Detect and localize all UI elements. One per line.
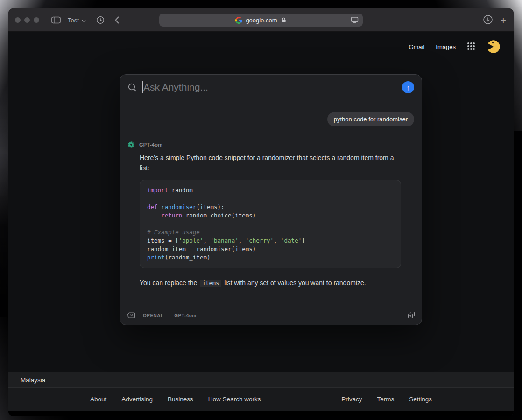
sidebar-icon — [51, 16, 61, 25]
browser-toolbar: Test google.com — [8, 8, 514, 32]
download-icon — [483, 14, 493, 26]
chevron-down-icon — [82, 17, 86, 24]
search-icon — [127, 83, 137, 92]
footer-links-left: AboutAdvertisingBusinessHow Search works — [90, 396, 261, 403]
pacman-icon — [487, 40, 501, 54]
send-button[interactable]: ↑ — [402, 81, 414, 93]
gmail-link[interactable]: Gmail — [409, 43, 424, 50]
region-label: Malaysia — [21, 377, 45, 384]
assistant-input-row: ↑ — [120, 75, 422, 100]
google-header: Gmail Images — [409, 32, 514, 62]
back-button[interactable] — [114, 16, 120, 26]
copy-icon — [408, 311, 415, 320]
url-text: google.com — [246, 17, 277, 24]
code-line: import random — [147, 186, 394, 195]
lock-icon — [281, 17, 287, 23]
code-line: items = ['apple', 'banana', 'cherry', 'd… — [147, 237, 394, 245]
sidebar-toggle-button[interactable] — [51, 16, 61, 25]
model-label: GPT-4om — [139, 142, 162, 147]
text-caret — [142, 81, 143, 93]
plus-icon: + — [501, 15, 506, 25]
browser-window: Test google.com — [8, 8, 514, 416]
outro-text-before: You can replace the — [140, 279, 199, 287]
footer-links-right: PrivacyTermsSettings — [341, 396, 432, 403]
backspace-icon — [127, 312, 135, 320]
footer-links-bar: AboutAdvertisingBusinessHow Search works… — [8, 387, 514, 411]
toolbar-right-cluster: + — [483, 8, 506, 32]
clock-icon — [96, 16, 105, 26]
copy-button[interactable] — [408, 311, 415, 320]
assistant-panel: ↑ python code for randomiser — [120, 74, 422, 325]
user-message-row: python code for randomiser — [327, 112, 414, 126]
footer-link-about[interactable]: About — [90, 396, 106, 403]
code-line: return random.choice(items) — [147, 211, 394, 220]
footer-link-business[interactable]: Business — [168, 396, 193, 403]
model-label-footer: GPT-4om — [174, 313, 196, 318]
code-block: import random def randomiser(items): ret… — [140, 180, 401, 268]
apps-grid-button[interactable] — [467, 42, 475, 52]
address-bar[interactable]: google.com — [159, 14, 363, 27]
footer-link-settings[interactable]: Settings — [409, 396, 432, 403]
new-tab-button[interactable]: + — [501, 15, 506, 25]
outro-text-after: list with any set of values you want to … — [222, 279, 366, 287]
apps-grid-icon — [467, 42, 475, 52]
clear-button[interactable] — [127, 312, 135, 320]
window-controls — [15, 17, 39, 23]
code-line: def randomiser(items): — [147, 203, 394, 211]
code-line: print(random_item) — [147, 253, 394, 262]
google-favicon — [235, 17, 242, 24]
downloads-button[interactable] — [483, 14, 493, 26]
assistant-response-body: Here’s a simple Python code snippet for … — [140, 153, 410, 288]
user-message-bubble: python code for randomiser — [327, 112, 414, 126]
tab-group-menu[interactable]: Test — [68, 8, 86, 32]
response-outro: You can replace the items list with any … — [140, 278, 401, 288]
footer-link-how-search-works[interactable]: How Search works — [208, 396, 261, 403]
web-page: Gmail Images — [8, 32, 514, 416]
code-line — [147, 195, 394, 203]
footer-region-bar: Malaysia — [8, 372, 514, 387]
code-line: random_item = randomiser(items) — [147, 245, 394, 253]
footer-link-advertising[interactable]: Advertising — [121, 396, 153, 403]
close-window-button[interactable] — [15, 17, 21, 23]
arrow-up-icon: ↑ — [406, 84, 410, 91]
ask-input[interactable] — [143, 82, 402, 93]
assistant-response-header: GPT-4om — [127, 141, 410, 148]
assistant-response: GPT-4om Here’s a simple Python code snip… — [127, 141, 410, 288]
code-line: # Example usage — [147, 228, 394, 237]
timer-button[interactable] — [96, 16, 105, 26]
inline-code: items — [200, 280, 221, 287]
provider-label: OPENAI — [143, 313, 162, 318]
assistant-panel-footer: OPENAI GPT-4om — [127, 311, 415, 320]
profile-avatar[interactable] — [487, 40, 501, 54]
footer-bottom-strip — [8, 411, 514, 416]
footer-link-terms[interactable]: Terms — [377, 396, 394, 403]
display-icon[interactable] — [351, 16, 359, 23]
tab-group-label: Test — [68, 17, 79, 24]
footer-link-privacy[interactable]: Privacy — [341, 396, 362, 403]
zoom-window-button[interactable] — [34, 17, 39, 23]
google-footer: Malaysia AboutAdvertisingBusinessHow Sea… — [8, 372, 514, 416]
images-link[interactable]: Images — [436, 43, 456, 50]
chevron-left-icon — [114, 16, 120, 26]
minimize-window-button[interactable] — [24, 17, 30, 23]
openai-logo-icon — [127, 141, 135, 148]
response-intro: Here’s a simple Python code snippet for … — [140, 153, 401, 173]
code-line — [147, 220, 394, 228]
